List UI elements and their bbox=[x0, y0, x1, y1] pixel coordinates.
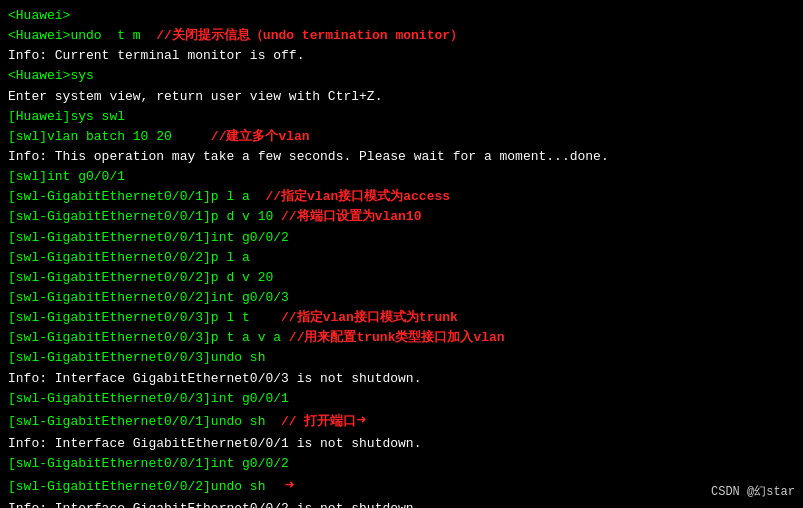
terminal-line: [swl-GigabitEthernet0/0/3]p l t //指定vlan… bbox=[8, 308, 795, 328]
terminal-line: Info: Interface GigabitEthernet0/0/3 is … bbox=[8, 369, 795, 389]
terminal-line: Info: Interface GigabitEthernet0/0/2 is … bbox=[8, 499, 795, 508]
terminal: <Huawei><Huawei>undo t m //关闭提示信息（undo t… bbox=[0, 0, 803, 508]
terminal-line: [swl-GigabitEthernet0/0/2]p d v 20 bbox=[8, 268, 795, 288]
terminal-line: [swl-GigabitEthernet0/0/3]undo sh bbox=[8, 348, 795, 368]
terminal-line: <Huawei>sys bbox=[8, 66, 795, 86]
terminal-line: [swl-GigabitEthernet0/0/3]int g0/0/1 bbox=[8, 389, 795, 409]
terminal-line: [swl-GigabitEthernet0/0/1]int g0/0/2 bbox=[8, 454, 795, 474]
terminal-line: <Huawei>undo t m //关闭提示信息（undo terminati… bbox=[8, 26, 795, 46]
terminal-line: [swl]vlan batch 10 20 //建立多个vlan bbox=[8, 127, 795, 147]
terminal-line: Info: This operation may take a few seco… bbox=[8, 147, 795, 167]
terminal-line: Info: Interface GigabitEthernet0/0/1 is … bbox=[8, 434, 795, 454]
terminal-line: [swl-GigabitEthernet0/0/2]p l a bbox=[8, 248, 795, 268]
terminal-line: Info: Current terminal monitor is off. bbox=[8, 46, 795, 66]
terminal-line: [Huawei]sys swl bbox=[8, 107, 795, 127]
terminal-line: [swl-GigabitEthernet0/0/2]undo sh ➜ bbox=[8, 474, 795, 499]
terminal-line: [swl]int g0/0/1 bbox=[8, 167, 795, 187]
terminal-line: [swl-GigabitEthernet0/0/1]p l a //指定vlan… bbox=[8, 187, 795, 207]
terminal-line: [swl-GigabitEthernet0/0/3]p t a v a //用来… bbox=[8, 328, 795, 348]
terminal-line: <Huawei> bbox=[8, 6, 795, 26]
terminal-line: [swl-GigabitEthernet0/0/2]int g0/0/3 bbox=[8, 288, 795, 308]
terminal-line: [swl-GigabitEthernet0/0/1]p d v 10 //将端口… bbox=[8, 207, 795, 227]
terminal-line: Enter system view, return user view with… bbox=[8, 87, 795, 107]
terminal-line: [swl-GigabitEthernet0/0/1]undo sh // 打开端… bbox=[8, 409, 795, 434]
watermark: CSDN @幻star bbox=[711, 483, 795, 502]
terminal-line: [swl-GigabitEthernet0/0/1]int g0/0/2 bbox=[8, 228, 795, 248]
